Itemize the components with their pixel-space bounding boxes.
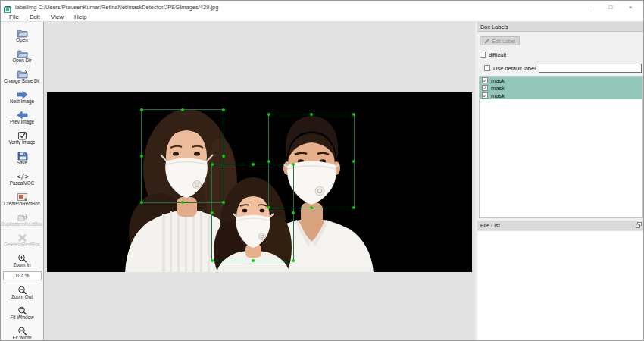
toolbar-fit-window-button[interactable]: Fit Window xyxy=(1,302,43,322)
box-resize-handle[interactable] xyxy=(267,206,270,209)
toolbar-verify-image-button[interactable]: Verify Image xyxy=(1,127,43,147)
toolbar-prev-image-label: Prev Image xyxy=(10,119,34,124)
toolbar-delete-rectbox-button: Delete\nRectBox xyxy=(1,229,43,249)
edit-label-button-text: Edit Label xyxy=(492,39,515,44)
default-label-input[interactable] xyxy=(539,64,642,73)
box-label-item[interactable]: ✓mask xyxy=(480,77,642,84)
delete-rectbox-icon xyxy=(17,232,28,241)
toolbar-duplicate-rectbox-label: Duplicate\nRectBox xyxy=(1,221,42,227)
toolbar-save-button[interactable]: Save xyxy=(1,147,43,167)
verify-check-icon xyxy=(17,130,28,139)
menu-view[interactable]: View xyxy=(45,14,69,20)
box-resize-handle[interactable] xyxy=(310,206,313,209)
folder-icon xyxy=(17,48,28,57)
box-resize-handle[interactable] xyxy=(211,259,214,262)
use-default-label-checkbox[interactable] xyxy=(484,65,490,71)
svg-text:</>: </> xyxy=(17,173,29,180)
close-button[interactable]: × xyxy=(621,2,640,12)
toolbar-pascal-voc-label: PascalVOC xyxy=(10,180,35,186)
folder-icon xyxy=(17,27,28,36)
toolbar-zoom-out-button[interactable]: Zoom Out xyxy=(1,281,43,302)
box-resize-handle[interactable] xyxy=(222,155,225,158)
toolbar-delete-rectbox-label: Delete\nRectBox xyxy=(4,242,39,247)
box-label-list[interactable]: ✓mask✓mask✓mask xyxy=(479,76,643,218)
box-label-checkbox[interactable]: ✓ xyxy=(482,77,488,83)
box-label-item[interactable]: ✓mask xyxy=(480,92,642,99)
toolbar-next-image-label: Next Image xyxy=(10,99,34,104)
box-resize-handle[interactable] xyxy=(352,113,355,116)
menu-bar: FileEditViewHelp xyxy=(1,13,643,22)
menu-edit[interactable]: Edit xyxy=(24,14,45,20)
zoom-percent-input[interactable] xyxy=(3,271,42,280)
box-labels-body: Edit Label difficult Use default label ✓… xyxy=(477,32,644,218)
box-resize-handle[interactable] xyxy=(140,108,143,111)
toolbar-zoom-in-label: Zoom In xyxy=(13,262,30,267)
toolbar-create-rectbox-button[interactable]: Create\nRectBox xyxy=(1,188,43,208)
loaded-image xyxy=(47,92,472,272)
app-icon xyxy=(4,3,11,11)
box-resize-handle[interactable] xyxy=(310,113,313,116)
toolbar-zoom-out-label: Zoom Out xyxy=(11,294,33,299)
box-label-item[interactable]: ✓mask xyxy=(480,84,642,92)
toolbar-pascal-voc-button[interactable]: </>PascalVOC xyxy=(1,167,43,188)
window-controls: –□× xyxy=(581,2,640,12)
box-label-checkbox[interactable]: ✓ xyxy=(482,85,488,91)
box-resize-handle[interactable] xyxy=(140,155,143,158)
box-resize-handle[interactable] xyxy=(267,113,270,116)
menu-file[interactable]: File xyxy=(4,14,24,20)
file-list-header[interactable]: File List xyxy=(477,221,644,230)
window-title: labelImg C:/Users/PraveenKumar/RetinaNet… xyxy=(15,4,581,11)
tool-bar: OpenOpen DirChange Save DirNext ImagePre… xyxy=(1,22,44,341)
box-label-text: mask xyxy=(491,92,505,99)
minimize-button[interactable]: – xyxy=(581,2,601,12)
annotation-box-mask-3[interactable] xyxy=(268,114,355,208)
toolbar-zoom-in-button[interactable]: Zoom In xyxy=(1,249,43,270)
zoom-out-icon xyxy=(17,284,28,293)
toolbar-open-dir-label: Open Dir xyxy=(12,58,31,63)
box-resize-handle[interactable] xyxy=(292,211,295,214)
toolbar-open-button[interactable]: Open xyxy=(1,24,43,45)
float-panel-icon[interactable] xyxy=(636,222,642,228)
maximize-button[interactable]: □ xyxy=(601,2,621,12)
image-canvas[interactable] xyxy=(44,22,475,341)
toolbar-fit-width-label: Fit Width xyxy=(13,335,32,340)
box-label-text: mask xyxy=(491,85,505,92)
title-bar: labelImg C:/Users/PraveenKumar/RetinaNet… xyxy=(1,1,643,13)
fit-width-icon xyxy=(17,325,28,334)
pencil-icon xyxy=(484,38,490,44)
menu-help[interactable]: Help xyxy=(69,14,92,20)
arrow-left-icon xyxy=(17,109,28,118)
box-resize-handle[interactable] xyxy=(352,160,355,163)
box-resize-handle[interactable] xyxy=(222,108,225,111)
code-brackets-icon: </> xyxy=(17,170,28,180)
toolbar-verify-image-label: Verify Image xyxy=(9,139,36,145)
box-label-checkbox[interactable]: ✓ xyxy=(482,92,488,99)
toolbar-open-dir-button[interactable]: Open Dir xyxy=(1,45,43,65)
toolbar-fit-window-label: Fit Window xyxy=(10,314,33,320)
toolbar-next-image-button[interactable]: Next Image xyxy=(1,86,43,106)
box-labels-title: Box Labels xyxy=(480,23,642,30)
box-resize-handle[interactable] xyxy=(267,160,270,163)
difficult-checkbox[interactable] xyxy=(480,52,486,58)
create-rectbox-icon xyxy=(17,191,28,200)
box-resize-handle[interactable] xyxy=(181,201,184,204)
box-resize-handle[interactable] xyxy=(181,108,184,111)
box-labels-header[interactable]: Box Labels xyxy=(477,22,644,32)
box-resize-handle[interactable] xyxy=(352,206,355,209)
box-resize-handle[interactable] xyxy=(211,211,214,214)
toolbar-change-save-dir-button[interactable]: Change Save Dir xyxy=(1,65,43,86)
box-resize-handle[interactable] xyxy=(292,259,295,262)
box-label-text: mask xyxy=(491,77,505,84)
edit-label-button[interactable]: Edit Label xyxy=(480,36,520,45)
box-resize-handle[interactable] xyxy=(211,163,214,166)
box-resize-handle[interactable] xyxy=(252,259,255,262)
toolbar-fit-width-button[interactable]: Fit Width xyxy=(1,322,43,341)
toolbar-create-rectbox-label: Create\nRectBox xyxy=(4,201,40,206)
labelimg-window: labelImg C:/Users/PraveenKumar/RetinaNet… xyxy=(0,0,644,341)
file-list[interactable] xyxy=(477,230,644,341)
toolbar-save-label: Save xyxy=(17,160,27,165)
toolbar-prev-image-button[interactable]: Prev Image xyxy=(1,106,43,127)
box-resize-handle[interactable] xyxy=(140,201,143,204)
box-resize-handle[interactable] xyxy=(252,163,255,166)
fit-window-icon xyxy=(17,305,28,314)
